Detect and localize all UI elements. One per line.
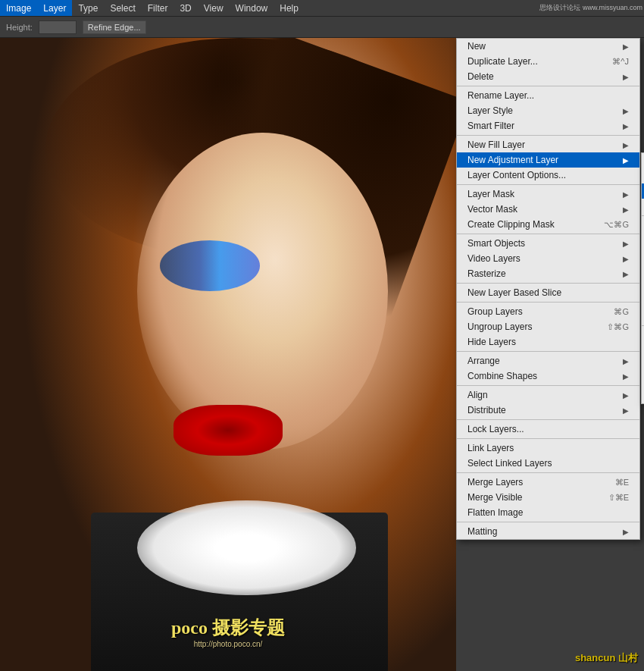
menu-flatten-image[interactable]: Flatten Image [457, 505, 639, 520]
shortcut-text: ⌘G [614, 307, 629, 317]
main-area: poco 摄影专题 http://photo.poco.cn/ New ▶ Du… [0, 38, 644, 671]
separator [457, 135, 639, 136]
menu-view[interactable]: View [198, 0, 230, 16]
separator [457, 283, 639, 284]
separator [457, 438, 639, 439]
height-label: Height: [6, 23, 33, 32]
poco-label: poco 摄影专题 [171, 616, 285, 640]
menu-type[interactable]: Type [72, 0, 104, 16]
menu-rename-layer[interactable]: Rename Layer... [457, 88, 639, 103]
screen-watermark: shancun 山村 [575, 651, 638, 665]
menu-new-adjustment-layer[interactable]: New Adjustment Layer ▶ Brightness/Contra… [457, 152, 639, 168]
photo-face-light [137, 133, 388, 450]
arrow-icon: ▶ [623, 73, 629, 81]
arrow-icon: ▶ [623, 107, 629, 115]
shortcut-text: ⌘^J [612, 57, 629, 67]
refine-edge-button[interactable]: Refine Edge... [83, 20, 146, 34]
shortcut-text: ⇧⌘G [607, 322, 629, 332]
arrow-icon: ▶ [623, 270, 629, 278]
separator [457, 419, 639, 420]
arrow-icon: ▶ [623, 528, 629, 536]
photo-lips [174, 405, 283, 456]
menu-matting[interactable]: Matting ▶ [457, 524, 639, 539]
menu-video-layers[interactable]: Video Layers ▶ [457, 251, 639, 266]
arrow-icon: ▶ [623, 406, 629, 415]
separator [457, 472, 639, 473]
separator [457, 385, 639, 386]
menu-delete[interactable]: Delete ▶ [457, 69, 639, 84]
height-input[interactable] [39, 20, 77, 34]
menu-filter[interactable]: Filter [142, 0, 174, 16]
arrow-icon: ▶ [623, 190, 629, 199]
menu-smart-objects[interactable]: Smart Objects ▶ [457, 236, 639, 251]
arrow-icon: ▶ [623, 255, 629, 263]
menu-hide-layers[interactable]: Hide Layers [457, 334, 639, 350]
layer-dropdown-menu: New ▶ Duplicate Layer... ⌘^J Delete ▶ Re… [456, 38, 640, 540]
arrow-icon: ▶ [623, 391, 629, 400]
menu-align[interactable]: Align ▶ [457, 387, 639, 403]
options-bar: Height: Refine Edge... [0, 17, 644, 38]
arrow-icon: ▶ [623, 141, 629, 149]
menu-ungroup-layers[interactable]: Ungroup Layers ⇧⌘G [457, 319, 639, 334]
menu-layer[interactable]: Layer [37, 0, 72, 16]
menu-new[interactable]: New ▶ [457, 39, 639, 54]
menu-vector-mask[interactable]: Vector Mask ▶ [457, 202, 639, 217]
separator [457, 234, 639, 234]
menu-link-layers[interactable]: Link Layers [457, 441, 639, 456]
menu-smart-filter[interactable]: Smart Filter ▶ [457, 118, 639, 133]
arrow-icon: ▶ [623, 240, 629, 248]
menu-select-linked-layers[interactable]: Select Linked Layers [457, 456, 639, 471]
menu-layer-content-options[interactable]: Layer Content Options... [457, 168, 639, 183]
arrow-icon: ▶ [623, 42, 629, 51]
menu-layer-style[interactable]: Layer Style ▶ [457, 103, 639, 118]
arrow-icon: ▶ [623, 205, 629, 214]
menu-new-layer-based-slice[interactable]: New Layer Based Slice [457, 285, 639, 300]
menu-rasterize[interactable]: Rasterize ▶ [457, 266, 639, 281]
menu-3d[interactable]: 3D [174, 0, 197, 16]
menu-arrange[interactable]: Arrange ▶ [457, 353, 639, 368]
separator [457, 302, 639, 303]
shortcut-text: ⌥⌘G [604, 220, 629, 230]
menu-combine-shapes[interactable]: Combine Shapes ▶ [457, 368, 639, 384]
menu-image[interactable]: Image [0, 0, 37, 16]
separator [457, 86, 639, 86]
menu-merge-visible[interactable]: Merge Visible ⇧⌘E [457, 490, 639, 505]
menu-select[interactable]: Select [104, 0, 141, 16]
photo-white-collar [137, 500, 356, 595]
menu-create-clipping-mask[interactable]: Create Clipping Mask ⌥⌘G [457, 217, 639, 232]
arrow-icon: ▶ [623, 156, 629, 165]
photo-eye-blue [160, 240, 260, 291]
adjustment-layer-submenu: Brightness/Contrast... Levels... Curves.… [641, 152, 644, 404]
arrow-icon: ▶ [623, 372, 629, 381]
left-panel: New ▶ Duplicate Layer... ⌘^J Delete ▶ Re… [456, 38, 644, 671]
top-watermark: 思络设计论坛 www.missyuan.com [539, 3, 642, 13]
separator [457, 351, 639, 352]
menu-merge-layers[interactable]: Merge Layers ⌘E [457, 475, 639, 490]
menu-lock-layers[interactable]: Lock Layers... [457, 422, 639, 437]
menu-distribute[interactable]: Distribute ▶ [457, 403, 639, 418]
separator [457, 522, 639, 522]
photo-text-overlay: poco 摄影专题 http://photo.poco.cn/ [171, 616, 285, 648]
menu-new-fill-layer[interactable]: New Fill Layer ▶ [457, 137, 639, 152]
shortcut-text: ⌘E [615, 478, 629, 488]
poco-url: http://photo.poco.cn/ [171, 640, 285, 648]
menu-group-layers[interactable]: Group Layers ⌘G [457, 304, 639, 319]
arrow-icon: ▶ [623, 122, 629, 130]
menu-window[interactable]: Window [230, 0, 274, 16]
menu-duplicate-layer[interactable]: Duplicate Layer... ⌘^J [457, 54, 639, 69]
separator [457, 184, 639, 185]
menu-layer-mask[interactable]: Layer Mask ▶ [457, 187, 639, 202]
shortcut-text: ⇧⌘E [608, 493, 629, 503]
menu-help[interactable]: Help [274, 0, 305, 16]
arrow-icon: ▶ [623, 357, 629, 365]
canvas-area: poco 摄影专题 http://photo.poco.cn/ [0, 38, 456, 671]
